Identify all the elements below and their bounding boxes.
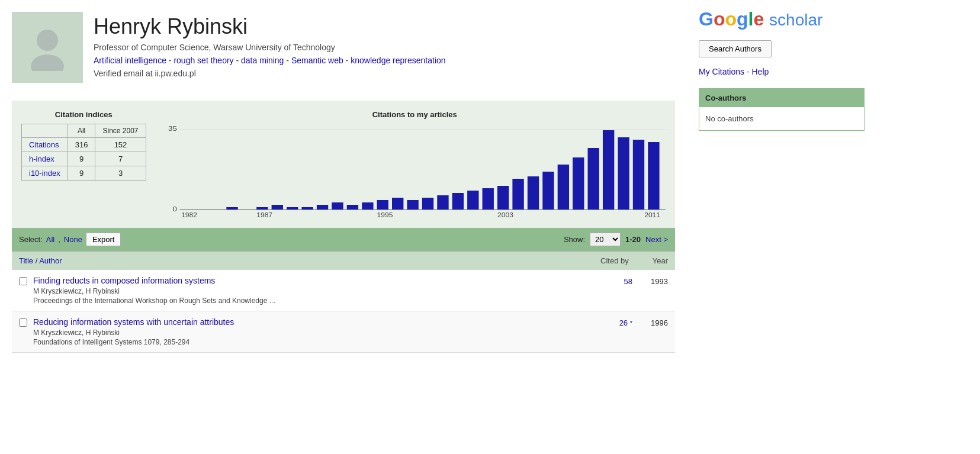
svg-rect-26	[497, 186, 508, 210]
title-author-header[interactable]: Title / Author	[19, 256, 62, 265]
coauthors-body: No co-authors	[699, 107, 864, 130]
year-header: Year	[653, 256, 668, 265]
search-authors-button[interactable]: Search Authors	[699, 40, 772, 57]
paper-year-2: 1996	[638, 317, 668, 327]
toolbar-left: Select: All, None Export	[19, 233, 121, 246]
svg-rect-8	[226, 207, 237, 210]
paper-authors-2: M Kryszkiewicz, H Rybiński	[33, 329, 591, 337]
svg-rect-23	[452, 193, 463, 210]
next-link[interactable]: Next >	[645, 235, 668, 244]
chart-area: Citations to my articles 35 0	[164, 110, 666, 218]
i10index-since: 3	[95, 166, 146, 181]
my-citations-link[interactable]: My Citations	[699, 67, 744, 76]
i10index-link[interactable]: i10-index	[29, 169, 60, 178]
paper-cited-1[interactable]: 58	[597, 276, 632, 286]
select-all-link[interactable]: All	[46, 235, 54, 244]
svg-rect-14	[316, 205, 327, 210]
paper-cited-2[interactable]: 26 *	[597, 317, 632, 327]
profile-header: Henryk Rybinski Professor of Computer Sc…	[12, 12, 675, 83]
hindex-all: 9	[68, 152, 95, 166]
paper-content-2: Reducing information systems with uncert…	[33, 317, 591, 346]
interest-link-rough[interactable]: rough set theory	[173, 56, 233, 65]
svg-rect-22	[437, 195, 448, 210]
paper-year-1: 1993	[638, 276, 668, 286]
logo-g: G	[699, 8, 714, 30]
stats-area: Citation indices All Since 2007 Citation…	[12, 101, 675, 228]
svg-point-0	[37, 30, 58, 51]
citations-all: 316	[68, 138, 95, 152]
citation-indices-title: Citation indices	[21, 110, 146, 119]
svg-rect-19	[392, 198, 403, 210]
svg-rect-15	[332, 202, 343, 210]
logo-e: e	[753, 8, 764, 30]
svg-rect-25	[482, 188, 493, 210]
svg-rect-28	[527, 176, 538, 210]
logo-o1: o	[714, 8, 725, 30]
select-none-link[interactable]: None	[64, 235, 82, 244]
hindex-link[interactable]: h-index	[29, 154, 54, 163]
coauthors-box: Co-authors No co-authors	[699, 88, 865, 131]
papers-header: Title / Author Cited by Year	[12, 251, 675, 270]
page-info: 1-20	[625, 235, 641, 244]
paper-title-1[interactable]: Finding reducts in composed information …	[33, 276, 591, 285]
ci-header-since: Since 2007	[95, 124, 146, 138]
profile-title: Professor of Computer Science, Warsaw Un…	[94, 43, 446, 52]
interest-link-sw[interactable]: Semantic web	[291, 56, 343, 65]
svg-text:2011: 2011	[644, 212, 660, 218]
citation-indices: Citation indices All Since 2007 Citation…	[21, 110, 146, 181]
citations-link[interactable]: Citations	[29, 140, 59, 149]
svg-rect-24	[467, 191, 478, 210]
svg-rect-31	[573, 157, 584, 210]
interest-link-kr[interactable]: knowledge representation	[351, 56, 445, 65]
profile-interests: Artificial intelligence - rough set theo…	[94, 56, 446, 65]
cited-by-header: Cited by	[600, 256, 629, 265]
ci-row-hindex: h-index 9 7	[22, 152, 146, 166]
paper-checkbox-1[interactable]	[19, 277, 27, 285]
paper-venue-2: Foundations of Intelligent Systems 1079,…	[33, 338, 591, 346]
paper-checkbox-2[interactable]	[19, 318, 27, 327]
svg-rect-32	[587, 148, 599, 210]
paper-title-2[interactable]: Reducing information systems with uncert…	[33, 317, 591, 327]
papers-list: Finding reducts in composed information …	[12, 270, 675, 353]
paper-content-1: Finding reducts in composed information …	[33, 276, 591, 305]
svg-text:35: 35	[168, 125, 177, 133]
interest-link-ai[interactable]: Artificial intelligence	[94, 56, 166, 65]
sidebar: Google scholar Search Authors My Citatio…	[687, 0, 876, 454]
svg-rect-16	[346, 205, 358, 210]
svg-text:1982: 1982	[181, 212, 197, 218]
interest-link-dm[interactable]: data mining	[241, 56, 284, 65]
citations-since: 152	[95, 138, 146, 152]
ci-row-citations: Citations 316 152	[22, 138, 146, 152]
star-icon: *	[630, 320, 632, 327]
profile-name: Henryk Rybinski	[94, 14, 446, 39]
paper-row: Reducing information systems with uncert…	[12, 311, 675, 353]
chart-title: Citations to my articles	[164, 110, 666, 119]
svg-rect-17	[362, 202, 373, 210]
show-select[interactable]: 20 50 100	[590, 233, 621, 246]
i10index-all: 9	[68, 166, 95, 181]
svg-rect-11	[271, 205, 282, 210]
svg-rect-21	[422, 198, 433, 210]
show-label: Show:	[564, 235, 585, 244]
export-button[interactable]: Export	[86, 233, 121, 246]
svg-rect-29	[542, 172, 554, 210]
svg-rect-30	[557, 165, 568, 210]
svg-rect-27	[512, 179, 523, 210]
gs-logo: Google scholar	[699, 9, 865, 28]
help-link[interactable]: Help	[751, 67, 769, 76]
svg-rect-12	[287, 207, 298, 210]
svg-text:1995: 1995	[377, 212, 393, 218]
avatar	[12, 12, 83, 83]
logo-o2: o	[725, 8, 737, 30]
chart-svg: 35 0	[164, 124, 666, 218]
ci-table: All Since 2007 Citations 316 152 h-index…	[21, 124, 146, 181]
svg-text:0: 0	[172, 205, 177, 213]
scholar-text: scholar	[769, 11, 822, 29]
svg-rect-20	[407, 200, 418, 210]
svg-rect-36	[648, 142, 659, 210]
profile-email: Verified email at ii.pw.edu.pl	[94, 69, 446, 78]
ci-header-empty	[22, 124, 68, 138]
svg-text:2003: 2003	[497, 212, 513, 218]
paper-venue-1: Proceedings of the International Worksho…	[33, 297, 591, 305]
select-label: Select:	[19, 235, 43, 244]
